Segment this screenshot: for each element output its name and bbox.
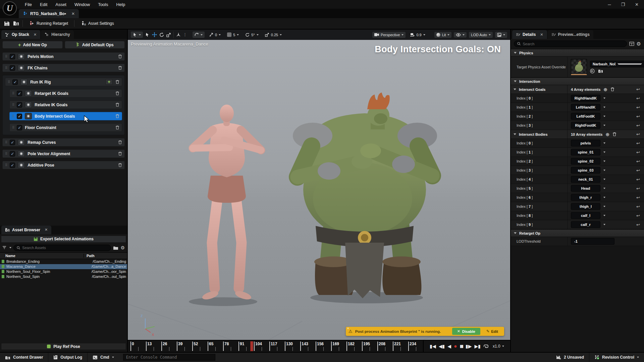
scale-tool-icon[interactable] [166,33,171,37]
asset-row[interactable]: Breakdance_Ending/Game/Ch..._Ending [0,259,127,264]
delete-op-icon[interactable] [118,54,122,59]
asset-browser-close-icon[interactable]: ✕ [45,228,48,232]
delete-op-icon[interactable] [118,140,122,144]
delete-op-icon[interactable] [118,66,122,70]
lod-threshold-input[interactable]: -1 [571,238,614,245]
drag-handle-icon[interactable]: ⠿ [12,103,14,107]
add-new-op-button[interactable]: + Add New Op [2,41,63,49]
reset-icon[interactable]: ↩ [636,96,641,101]
menu-edit[interactable]: Edit [36,0,51,9]
drag-handle-icon[interactable]: ⠿ [5,141,7,144]
op-enabled-checkbox[interactable]: ✓ [17,102,22,108]
intersect-goal-value[interactable]: RightFootIK [571,122,600,129]
asset-row[interactable]: Northern_Soul_Floor_Spin/Game/Ch...oor_S… [0,269,127,274]
section-physics[interactable]: Physics [511,49,644,57]
maximize-icon[interactable]: ❐ [621,2,625,7]
intersect-bodies-header[interactable]: Intersect Bodies 10 Array elements ⊕ ↩ [511,130,644,139]
chevron-down-icon[interactable] [603,152,605,153]
add-child-op-button[interactable]: + [105,79,113,85]
intersect-goal-value[interactable]: LeftFootIK [571,113,600,120]
lod-dropdown[interactable]: LOD Auto [469,32,493,38]
op-row[interactable]: ⠿ ✓ Retarget IK Goals [9,89,122,98]
notification-close-icon[interactable]: ✕ [347,327,350,330]
filter-icon[interactable] [2,246,7,250]
intersect-body-value[interactable]: pelvis [571,140,600,146]
details-search-input[interactable] [523,42,623,46]
go-to-start-button[interactable]: ▮◀ [430,344,436,349]
intersect-body-value[interactable]: spine_01 [571,149,600,156]
reset-icon[interactable]: ↩ [636,177,641,182]
snap-rotate-dropdown[interactable] [193,32,205,38]
reset-icon[interactable]: ↩ [636,204,641,209]
add-default-ops-button[interactable]: Add Default Ops [65,41,125,49]
cmd-dropdown[interactable]: Cmd [88,353,119,362]
reset-icon[interactable]: ↩ [636,132,641,137]
chevron-down-icon[interactable] [603,206,605,207]
tab-hierarchy[interactable]: Hierarchy [41,30,73,39]
browse-to-asset-icon[interactable] [598,69,603,73]
tab-preview-settings[interactable]: Preview...ettings [548,30,593,39]
op-row[interactable]: ⠿ ✓ Run IK Rig + [5,78,122,86]
delete-op-icon[interactable] [115,125,119,130]
viewport-scene[interactable]: z x [128,29,510,340]
select-tool-icon[interactable] [145,33,150,37]
drag-handle-icon[interactable]: ⠿ [12,115,14,118]
op-row[interactable]: ⠿ ✓ Relative IK Goals [9,101,122,109]
delete-op-icon[interactable] [115,80,119,84]
reset-icon[interactable]: ↩ [636,186,641,191]
details-search-box[interactable] [514,41,627,47]
chevron-down-icon[interactable] [603,161,605,162]
select-mode-dropdown[interactable] [131,32,143,38]
pause-button[interactable]: ▮▮ [460,344,463,348]
menu-file[interactable]: File [21,0,36,9]
timeline-ruler[interactable]: 0132639526578911041171301431561691821952… [128,341,424,352]
intersect-body-value[interactable]: Head [571,185,600,192]
export-selected-animations-button[interactable]: Export Selected Animations [1,236,126,243]
drag-handle-icon[interactable]: ⠿ [5,55,7,58]
section-retarget-op[interactable]: Retarget Op [511,229,644,237]
op-enabled-checkbox[interactable]: ✓ [17,114,22,119]
angle-snap-control[interactable]: 0 [207,32,223,38]
asset-row[interactable]: Northern_Soul_Spin/Game/Ch...oul_Spin [0,274,127,279]
folder-icon[interactable] [113,246,118,250]
empty-array-icon[interactable] [610,87,614,92]
menu-help[interactable]: Help [112,0,129,9]
op-row[interactable]: ⠿ ✓ Additive Pose [2,161,125,169]
drag-handle-icon[interactable]: ⠿ [5,152,7,156]
column-name[interactable]: Name [0,254,84,258]
reset-icon[interactable]: ↩ [636,159,641,164]
op-enabled-checkbox[interactable]: ✓ [10,140,15,145]
intersect-body-value[interactable]: calf_l [571,212,600,219]
intersect-goal-value[interactable]: RightHandIK [571,95,600,102]
move-tool-icon[interactable] [152,32,157,37]
intersect-body-value[interactable]: spine_02 [571,158,600,165]
column-path[interactable]: Path [84,254,127,258]
chevron-down-icon[interactable] [603,188,605,189]
chevron-down-icon[interactable] [603,125,605,126]
unsaved-files-button[interactable]: 2 Unsaved [551,353,589,362]
op-enabled-checkbox[interactable]: ✓ [10,151,15,157]
menu-asset[interactable]: Asset [51,0,70,9]
physics-asset-thumbnail[interactable] [571,59,587,75]
intersect-body-value[interactable]: calf_r [571,221,600,228]
viewport-3d[interactable]: z x [128,29,510,340]
loop-button[interactable] [483,344,489,348]
browse-asset-icon[interactable] [13,21,19,26]
reset-icon[interactable]: ↩ [636,168,641,173]
drag-handle-icon[interactable]: ⠿ [12,92,14,95]
op-enabled-checkbox[interactable]: ✓ [17,125,22,130]
delete-op-icon[interactable] [115,91,119,96]
menu-tools[interactable]: Tools [94,0,112,9]
delete-op-icon[interactable] [118,163,122,167]
intersect-body-value[interactable]: thigh_l [571,203,600,210]
op-row[interactable]: ⠿ ✓ FK Chains [2,64,125,72]
op-enabled-checkbox[interactable]: ✓ [10,65,15,71]
chevron-down-icon[interactable] [603,98,605,99]
asset-search-box[interactable] [13,245,111,251]
op-row[interactable]: ⠿ ✓ Body Intersect Goals [9,112,122,120]
more-options-icon[interactable]: ⋮ [183,33,187,37]
op-row[interactable]: ⠿ ✓ Pole Vector Alignment [2,149,125,158]
drag-handle-icon[interactable]: ⠿ [5,66,7,70]
reset-icon[interactable]: ↩ [636,114,641,119]
tab-op-stack[interactable]: Op Stack ✕ [1,30,40,39]
